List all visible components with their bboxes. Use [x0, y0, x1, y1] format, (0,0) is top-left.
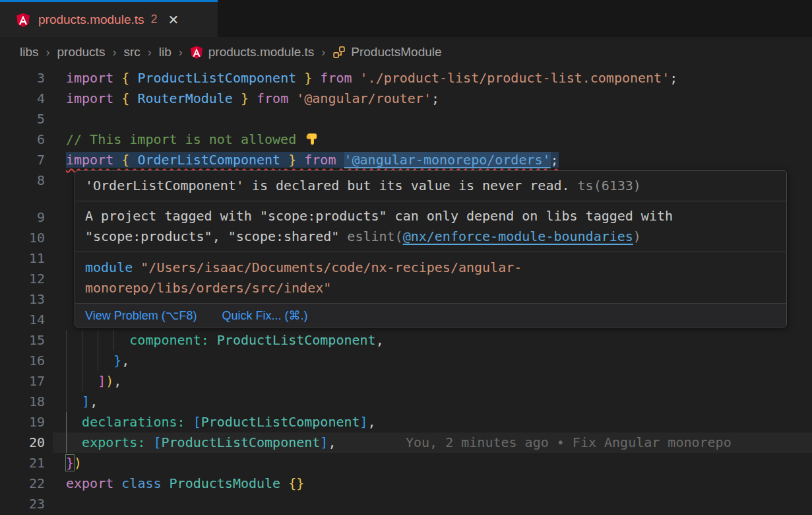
- code-line-20[interactable]: exports: [ProductListComponent],You, 2 m…: [66, 432, 812, 453]
- line-number: 20: [0, 432, 45, 453]
- tab-products-module[interactable]: products.module.ts 2 ✕: [0, 0, 218, 37]
- code-token: [336, 152, 344, 168]
- code-token: }: [304, 70, 312, 86]
- hover-text: "scope:products", "scope:shared": [85, 228, 347, 244]
- code-token: [66, 353, 113, 368]
- code-token: ;: [431, 90, 439, 106]
- code-line-23[interactable]: [66, 494, 812, 514]
- line-number: 10: [0, 228, 45, 248]
- code-token: {: [121, 90, 129, 106]
- code-token: [312, 70, 320, 86]
- code-token: ,: [113, 373, 121, 389]
- code-token: [: [193, 414, 201, 430]
- quick-fix-action[interactable]: Quick Fix... (⌘.): [222, 308, 307, 323]
- code-token: import: [66, 70, 113, 86]
- code-token: {}: [288, 475, 304, 491]
- code-editor[interactable]: 'OrderListComponent' is declared but its…: [0, 66, 812, 515]
- line-number: 5: [0, 109, 45, 129]
- code-token: [: [153, 434, 161, 450]
- code-line-6[interactable]: // This import is not allowed: [66, 129, 812, 150]
- line-number: 17: [0, 371, 45, 392]
- line-number: 22: [0, 473, 45, 494]
- editor-tab-bar: products.module.ts 2 ✕: [0, 0, 812, 37]
- code-token: ProductListComponent: [162, 434, 321, 450]
- code-token: [296, 152, 304, 168]
- breadcrumb-item-lib[interactable]: lib: [159, 45, 172, 59]
- code-token: ]: [320, 434, 328, 450]
- code-line-7[interactable]: import { OrderListComponent } from '@ang…: [66, 150, 812, 170]
- breadcrumb-separator: ›: [148, 46, 152, 59]
- code-token: RouterModule: [137, 90, 233, 106]
- code-line-22[interactable]: export class ProductsModule {}: [66, 473, 812, 494]
- code-token: import: [66, 90, 113, 106]
- hover-action-bar: View Problem (⌥F8)Quick Fix... (⌘.): [75, 303, 786, 327]
- code-token: [129, 70, 137, 86]
- code-token: ,: [121, 353, 129, 368]
- code-line-5[interactable]: [66, 109, 812, 129]
- code-token: [145, 434, 153, 450]
- breadcrumb-label: ProductsModule: [351, 45, 441, 59]
- code-line-19[interactable]: declarations: [ProductListComponent],: [66, 412, 812, 432]
- code-token: ;: [670, 70, 677, 86]
- code-line-21[interactable]: }): [66, 453, 812, 473]
- code-token: [66, 434, 82, 450]
- code-token: [66, 414, 82, 430]
- line-number: 9: [0, 207, 45, 228]
- code-token: [113, 70, 121, 86]
- code-token: [233, 90, 241, 106]
- code-token: [66, 373, 98, 389]
- code-token: [249, 90, 257, 106]
- code-token: [296, 70, 304, 86]
- vscode-editor-window: products.module.ts 2 ✕ libs›products›src…: [0, 0, 812, 515]
- code-token: [66, 332, 129, 348]
- code-token: import: [66, 152, 113, 168]
- code-line-17[interactable]: ]),: [66, 371, 812, 392]
- view-problem-action[interactable]: View Problem (⌥F8): [85, 308, 197, 323]
- code-token: ProductListComponent: [217, 332, 376, 348]
- line-number: 11: [0, 248, 45, 269]
- code-token: [129, 152, 137, 168]
- code-token: [209, 332, 217, 348]
- line-number: 7: [0, 150, 45, 170]
- breadcrumb-item-libs[interactable]: libs: [20, 45, 39, 59]
- code-line-18[interactable]: ],: [66, 392, 812, 412]
- breadcrumb-item-products[interactable]: products: [57, 45, 106, 59]
- code-token: OrderListComponent: [137, 152, 280, 168]
- line-number: 8: [0, 170, 45, 191]
- code-token: exports:: [82, 434, 145, 450]
- eslint-rule-link[interactable]: @nx/enforce-module-boundaries: [403, 228, 633, 244]
- line-number: 3: [0, 68, 45, 88]
- hover-text: eslint(: [347, 228, 402, 244]
- code-line-16[interactable]: },: [66, 351, 812, 371]
- class-symbol-icon: [332, 46, 346, 59]
- breadcrumb-label: lib: [159, 45, 172, 59]
- code-token: }: [288, 152, 296, 168]
- code-token: export: [66, 475, 113, 491]
- line-number: 4: [0, 88, 45, 109]
- code-token: ): [74, 455, 82, 471]
- angular-icon: [16, 13, 30, 27]
- code-token: '@angular/router': [296, 90, 431, 106]
- code-token: [113, 152, 121, 168]
- line-number: 16: [0, 351, 45, 371]
- code-token: [129, 90, 137, 106]
- code-token: from: [304, 152, 336, 168]
- breadcrumb-separator: ›: [179, 46, 183, 59]
- code-line-3[interactable]: import { ProductListComponent } from './…: [66, 68, 812, 88]
- code-line-4[interactable]: import { RouterModule } from '@angular/r…: [66, 88, 812, 109]
- breadcrumb-item-productsmodule[interactable]: ProductsModule: [332, 45, 441, 59]
- code-token: ;: [551, 152, 559, 168]
- line-number: 23: [0, 494, 45, 514]
- code-token: {: [121, 152, 129, 168]
- code-token: ProductListComponent: [201, 414, 360, 430]
- code-token: }: [66, 455, 74, 471]
- tab-problems-badge: 2: [151, 13, 158, 26]
- module-specifier-link[interactable]: '@angular-monorepo/orders': [344, 152, 551, 168]
- hover-text: [133, 259, 141, 275]
- breadcrumb-item-src[interactable]: src: [123, 45, 140, 59]
- breadcrumb-item-products-module-ts[interactable]: products.module.ts: [190, 45, 315, 59]
- close-icon[interactable]: ✕: [168, 13, 179, 26]
- code-token: component:: [129, 332, 208, 348]
- hover-text: A project tagged with "scope:products" c…: [85, 208, 673, 224]
- code-line-15[interactable]: component: ProductListComponent,: [66, 330, 812, 351]
